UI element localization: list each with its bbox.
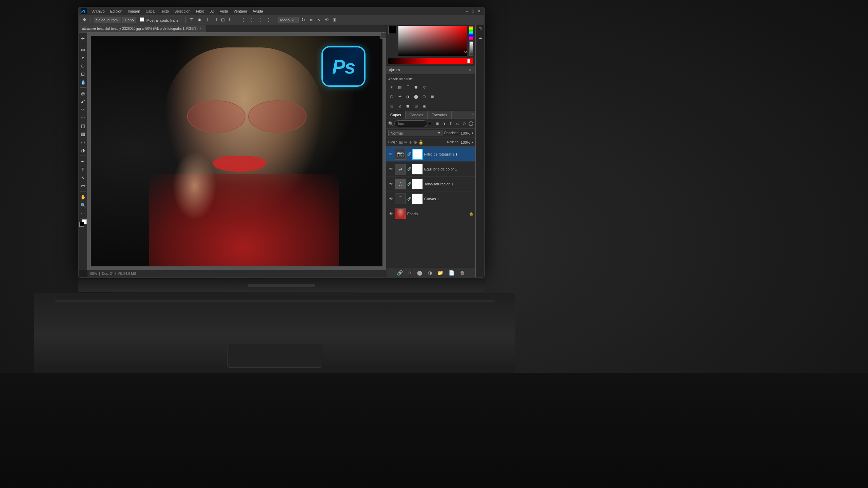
3d-pan-icon[interactable]: ⊞ xyxy=(331,17,338,23)
color-hue-slider[interactable] xyxy=(388,58,473,64)
menu-ventana[interactable]: Ventana xyxy=(231,8,250,14)
distribute4-icon[interactable]: ⋮ xyxy=(265,17,272,23)
trazados-tab[interactable]: Trazados xyxy=(428,111,451,119)
shape-tool[interactable]: ▭ xyxy=(79,182,87,189)
spot-heal-tool[interactable]: ◎ xyxy=(79,89,87,97)
adjustments-menu[interactable]: ≡ xyxy=(467,67,473,73)
quick-select-tool[interactable]: ⊙ xyxy=(79,62,87,69)
foreground-color-swatch[interactable] xyxy=(79,222,84,227)
menu-imagen[interactable]: Imagen xyxy=(125,8,143,14)
adj-levels-icon[interactable]: ▤ xyxy=(396,84,403,90)
layer-item-filter[interactable]: 👁 📷 🔗 Filtro de fotografía 1 xyxy=(386,147,475,162)
layer-visibility-4[interactable]: 👁 xyxy=(388,196,394,202)
adj-photo-icon[interactable]: ⬤ xyxy=(413,93,419,100)
foreground-swatch[interactable] xyxy=(388,26,396,34)
layer-item-hue[interactable]: 👁 ⬡ 🔗 Tono/saturación 1 xyxy=(386,177,475,191)
distribute2-icon[interactable]: ⋮ xyxy=(248,17,255,23)
more-tools[interactable]: ··· xyxy=(79,209,87,217)
3d-rotate-icon[interactable]: ↻ xyxy=(300,17,307,23)
adj-channel-icon[interactable]: ⊞ xyxy=(413,103,419,109)
menu-filtro[interactable]: Filtro xyxy=(193,8,207,14)
opacity-arrow[interactable]: ▾ xyxy=(472,131,473,135)
distribute3-icon[interactable]: ⋮ xyxy=(257,17,264,23)
layer-item-balance[interactable]: 👁 ⇌ 🔗 Equilibrio de color 1 xyxy=(386,162,475,177)
link-layers-btn[interactable]: 🔗 xyxy=(396,269,404,276)
menu-3d[interactable]: 3D xyxy=(207,8,217,14)
3d-move-icon[interactable]: ⇔ xyxy=(308,17,314,23)
path-select-tool[interactable]: ↖ xyxy=(79,174,87,181)
filter-pixel-icon[interactable]: ▣ xyxy=(434,121,440,127)
lock-all-icon[interactable]: 🔒 xyxy=(418,140,423,145)
layer-search[interactable]: Tipo xyxy=(394,120,427,127)
align-bottom-icon[interactable]: ⊥ xyxy=(204,17,211,23)
crop-tool[interactable]: ⊡ xyxy=(79,70,87,78)
blur-tool[interactable]: ◌ xyxy=(79,138,87,146)
menu-capa[interactable]: Capa xyxy=(143,8,157,14)
menu-vista[interactable]: Vista xyxy=(217,8,231,14)
adj-grid-icon[interactable]: ⊞ xyxy=(429,93,436,100)
align-hcenter-icon[interactable]: ⊞ xyxy=(220,17,226,23)
align-vcenter-icon[interactable]: ⊕ xyxy=(196,17,203,23)
adj-gradient-icon[interactable]: ⬡ xyxy=(421,93,428,100)
fill-value[interactable]: 100% xyxy=(461,140,470,144)
menu-edicion[interactable]: Edición xyxy=(107,8,125,14)
adj-posterize-icon[interactable]: ⊟ xyxy=(388,103,395,109)
zoom-tool[interactable]: 🔍 xyxy=(79,201,87,209)
adj-threshold-icon[interactable]: ⊿ xyxy=(396,103,403,109)
layer-item-fondo[interactable]: 👁 Fondo 🔒 xyxy=(386,206,475,221)
show-transform-checkbox[interactable] xyxy=(140,17,144,22)
gradient-tool[interactable]: ▦ xyxy=(79,130,87,138)
opacity-value[interactable]: 100% xyxy=(461,131,470,135)
align-top-icon[interactable]: ⊤ xyxy=(189,17,195,23)
adj-selectcolor-icon[interactable]: ⬟ xyxy=(405,103,411,109)
blend-mode-select[interactable]: Normal ▾ xyxy=(388,130,442,136)
color-gradient[interactable] xyxy=(398,26,467,56)
3d-scale-icon[interactable]: ⤡ xyxy=(316,17,322,23)
type-tool[interactable]: T xyxy=(79,166,87,173)
filter-shape-icon[interactable]: ▭ xyxy=(454,121,460,127)
tab-close-btn[interactable]: × xyxy=(200,27,202,30)
show-transform-option[interactable]: Mostrar contr. transf. xyxy=(138,17,183,23)
filter-smart-icon[interactable]: ⬡ xyxy=(461,121,467,127)
add-mask-btn[interactable]: ⬤ xyxy=(416,269,424,276)
adj-vibrance-icon[interactable]: ▽ xyxy=(421,84,428,90)
window-minimize[interactable]: ─ xyxy=(464,8,470,14)
align-left-icon[interactable]: ⊣ xyxy=(212,17,218,23)
lock-paint-icon[interactable]: ✏ xyxy=(404,140,408,145)
adj-invert-icon[interactable]: ▣ xyxy=(421,103,428,109)
adj-bw-icon[interactable]: ◑ xyxy=(405,93,411,100)
adj-exposure-icon[interactable]: ⬟ xyxy=(413,84,419,90)
capas-tab[interactable]: Capas xyxy=(386,111,406,119)
adj-hue-icon[interactable]: ⬡ xyxy=(388,93,395,100)
eraser-tool[interactable]: ◫ xyxy=(79,122,87,129)
menu-ayuda[interactable]: Ayuda xyxy=(250,8,266,14)
fill-arrow[interactable]: ▾ xyxy=(472,140,473,144)
layers-panel-menu[interactable]: ≡ xyxy=(470,111,475,119)
lock-artboard-icon[interactable]: ⊕ xyxy=(414,140,417,145)
lock-position-icon[interactable]: ✛ xyxy=(409,140,412,145)
adj-brightness-icon[interactable]: ☀ xyxy=(388,84,395,90)
canales-tab[interactable]: Canales xyxy=(406,111,428,119)
window-maximize[interactable]: □ xyxy=(470,8,476,14)
brush-tool[interactable]: 🖌 xyxy=(79,98,87,105)
new-layer-btn[interactable]: 📄 xyxy=(447,269,456,276)
document-tab[interactable]: attractive-beautiful-beauty-2328020.jpg … xyxy=(79,25,205,32)
lock-transparent-icon[interactable]: ▦ xyxy=(399,140,403,145)
layer-option[interactable]: Capa xyxy=(122,17,136,23)
rectangle-select-tool[interactable]: ▭ xyxy=(79,46,87,53)
menu-seleccion[interactable]: Selección xyxy=(172,8,193,14)
hand-tool[interactable]: ✋ xyxy=(79,193,87,201)
eyedropper-tool[interactable]: 💧 xyxy=(79,78,87,86)
filter-toggle[interactable] xyxy=(469,121,473,126)
window-close[interactable]: ✕ xyxy=(476,8,482,14)
layer-visibility-3[interactable]: 👁 xyxy=(388,181,394,187)
new-fill-btn[interactable]: ◑ xyxy=(427,269,433,276)
clone-stamp-tool[interactable]: ✑ xyxy=(79,106,87,113)
dodge-tool[interactable]: ◑ xyxy=(79,146,87,154)
menu-texto[interactable]: Texto xyxy=(157,8,172,14)
pen-tool[interactable]: ✒ xyxy=(79,158,87,165)
panel-icon-2[interactable]: ⊞ xyxy=(476,25,484,33)
history-brush-tool[interactable]: ↩ xyxy=(79,114,87,121)
3d-roll-icon[interactable]: ⟲ xyxy=(323,17,330,23)
adj-colorbalance-icon[interactable]: ⇌ xyxy=(396,93,403,100)
